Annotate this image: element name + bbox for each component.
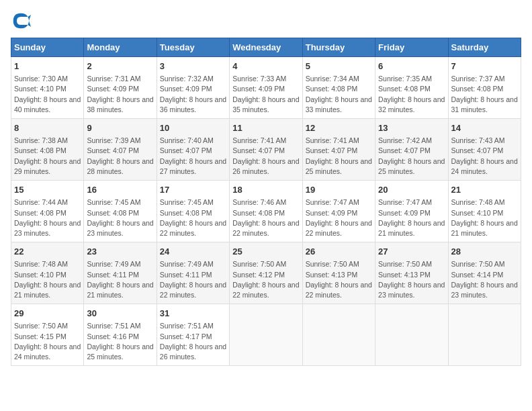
day-detail: Sunrise: 7:45 AM Sunset: 4:08 PM Dayligh… (87, 197, 153, 238)
day-number: 30 (87, 308, 153, 320)
calendar-cell: 9 Sunrise: 7:39 AM Sunset: 4:07 PM Dayli… (84, 119, 157, 181)
day-number: 19 (306, 184, 372, 196)
day-detail: Sunrise: 7:34 AM Sunset: 4:08 PM Dayligh… (306, 74, 372, 115)
day-number: 12 (306, 122, 372, 134)
day-number: 4 (232, 60, 299, 73)
calendar-cell: 4 Sunrise: 7:33 AM Sunset: 4:09 PM Dayli… (230, 57, 302, 119)
day-number: 8 (14, 122, 81, 134)
calendar-cell: 8 Sunrise: 7:38 AM Sunset: 4:08 PM Dayli… (11, 119, 84, 181)
calendar-cell: 5 Sunrise: 7:34 AM Sunset: 4:08 PM Dayli… (302, 57, 375, 119)
day-detail: Sunrise: 7:49 AM Sunset: 4:11 PM Dayligh… (160, 259, 226, 300)
day-number: 14 (451, 122, 518, 134)
calendar-cell: 19 Sunrise: 7:47 AM Sunset: 4:09 PM Dayl… (302, 181, 375, 242)
calendar-cell: 16 Sunrise: 7:45 AM Sunset: 4:08 PM Dayl… (84, 181, 157, 242)
day-number: 29 (14, 308, 81, 320)
day-detail: Sunrise: 7:33 AM Sunset: 4:09 PM Dayligh… (232, 74, 299, 115)
calendar-week-row: 29 Sunrise: 7:50 AM Sunset: 4:15 PM Dayl… (11, 304, 521, 366)
day-detail: Sunrise: 7:49 AM Sunset: 4:11 PM Dayligh… (87, 259, 153, 300)
day-detail: Sunrise: 7:50 AM Sunset: 4:14 PM Dayligh… (451, 259, 518, 300)
day-number: 22 (14, 246, 81, 258)
calendar-cell: 25 Sunrise: 7:50 AM Sunset: 4:12 PM Dayl… (230, 242, 302, 304)
day-number: 2 (87, 60, 153, 73)
day-detail: Sunrise: 7:51 AM Sunset: 4:16 PM Dayligh… (87, 321, 153, 362)
day-detail: Sunrise: 7:45 AM Sunset: 4:08 PM Dayligh… (160, 197, 226, 238)
column-header-saturday: Saturday (448, 38, 521, 57)
column-header-monday: Monday (84, 38, 157, 57)
column-header-thursday: Thursday (302, 38, 375, 57)
logo (11, 11, 34, 31)
calendar-cell: 15 Sunrise: 7:44 AM Sunset: 4:08 PM Dayl… (11, 181, 84, 242)
calendar-cell (302, 304, 375, 366)
calendar-cell: 30 Sunrise: 7:51 AM Sunset: 4:16 PM Dayl… (84, 304, 157, 366)
calendar-cell: 11 Sunrise: 7:41 AM Sunset: 4:07 PM Dayl… (230, 119, 302, 181)
calendar-cell (230, 304, 302, 366)
calendar-cell: 7 Sunrise: 7:37 AM Sunset: 4:08 PM Dayli… (448, 57, 521, 119)
day-detail: Sunrise: 7:50 AM Sunset: 4:15 PM Dayligh… (14, 321, 81, 362)
day-detail: Sunrise: 7:47 AM Sunset: 4:09 PM Dayligh… (378, 197, 445, 238)
calendar-cell: 22 Sunrise: 7:48 AM Sunset: 4:10 PM Dayl… (11, 242, 84, 304)
calendar-cell: 2 Sunrise: 7:31 AM Sunset: 4:09 PM Dayli… (84, 57, 157, 119)
column-header-wednesday: Wednesday (230, 38, 302, 57)
calendar-cell: 3 Sunrise: 7:32 AM Sunset: 4:09 PM Dayli… (157, 57, 229, 119)
day-number: 25 (232, 246, 299, 258)
day-number: 24 (160, 246, 226, 258)
day-number: 17 (160, 184, 226, 196)
day-number: 7 (451, 60, 518, 73)
day-detail: Sunrise: 7:50 AM Sunset: 4:13 PM Dayligh… (306, 259, 372, 300)
day-number: 26 (306, 246, 372, 258)
day-detail: Sunrise: 7:43 AM Sunset: 4:07 PM Dayligh… (451, 136, 518, 177)
day-detail: Sunrise: 7:44 AM Sunset: 4:08 PM Dayligh… (14, 197, 81, 238)
calendar-cell: 1 Sunrise: 7:30 AM Sunset: 4:10 PM Dayli… (11, 57, 84, 119)
day-number: 1 (14, 60, 81, 73)
day-detail: Sunrise: 7:30 AM Sunset: 4:10 PM Dayligh… (14, 74, 81, 115)
day-number: 13 (378, 122, 445, 134)
day-detail: Sunrise: 7:50 AM Sunset: 4:12 PM Dayligh… (232, 259, 299, 300)
day-number: 23 (87, 246, 153, 258)
day-detail: Sunrise: 7:31 AM Sunset: 4:09 PM Dayligh… (87, 74, 153, 115)
day-detail: Sunrise: 7:35 AM Sunset: 4:08 PM Dayligh… (378, 74, 445, 115)
day-detail: Sunrise: 7:46 AM Sunset: 4:08 PM Dayligh… (232, 197, 299, 238)
calendar-cell (375, 304, 448, 366)
column-header-friday: Friday (375, 38, 448, 57)
day-detail: Sunrise: 7:32 AM Sunset: 4:09 PM Dayligh… (160, 74, 226, 115)
calendar-cell: 28 Sunrise: 7:50 AM Sunset: 4:14 PM Dayl… (448, 242, 521, 304)
calendar-week-row: 1 Sunrise: 7:30 AM Sunset: 4:10 PM Dayli… (11, 57, 521, 119)
day-detail: Sunrise: 7:42 AM Sunset: 4:07 PM Dayligh… (378, 136, 445, 177)
calendar-week-row: 8 Sunrise: 7:38 AM Sunset: 4:08 PM Dayli… (11, 119, 521, 181)
day-detail: Sunrise: 7:48 AM Sunset: 4:10 PM Dayligh… (14, 259, 81, 300)
calendar-cell: 14 Sunrise: 7:43 AM Sunset: 4:07 PM Dayl… (448, 119, 521, 181)
day-detail: Sunrise: 7:41 AM Sunset: 4:07 PM Dayligh… (306, 136, 372, 177)
day-number: 20 (378, 184, 445, 196)
day-number: 27 (378, 246, 445, 258)
calendar-week-row: 15 Sunrise: 7:44 AM Sunset: 4:08 PM Dayl… (11, 181, 521, 242)
calendar-cell: 27 Sunrise: 7:50 AM Sunset: 4:13 PM Dayl… (375, 242, 448, 304)
day-number: 11 (232, 122, 299, 134)
calendar-cell: 18 Sunrise: 7:46 AM Sunset: 4:08 PM Dayl… (230, 181, 302, 242)
day-number: 9 (87, 122, 153, 134)
calendar-cell: 23 Sunrise: 7:49 AM Sunset: 4:11 PM Dayl… (84, 242, 157, 304)
calendar-cell: 20 Sunrise: 7:47 AM Sunset: 4:09 PM Dayl… (375, 181, 448, 242)
day-detail: Sunrise: 7:38 AM Sunset: 4:08 PM Dayligh… (14, 136, 81, 177)
day-number: 31 (160, 308, 226, 320)
day-number: 16 (87, 184, 153, 196)
calendar-cell: 6 Sunrise: 7:35 AM Sunset: 4:08 PM Dayli… (375, 57, 448, 119)
day-number: 5 (306, 60, 372, 73)
calendar-cell: 26 Sunrise: 7:50 AM Sunset: 4:13 PM Dayl… (302, 242, 375, 304)
calendar-cell: 29 Sunrise: 7:50 AM Sunset: 4:15 PM Dayl… (11, 304, 84, 366)
day-detail: Sunrise: 7:48 AM Sunset: 4:10 PM Dayligh… (451, 197, 518, 238)
calendar-cell (448, 304, 521, 366)
day-detail: Sunrise: 7:37 AM Sunset: 4:08 PM Dayligh… (451, 74, 518, 115)
day-number: 28 (451, 246, 518, 258)
day-number: 3 (160, 60, 226, 73)
page-header (11, 11, 521, 31)
calendar-cell: 17 Sunrise: 7:45 AM Sunset: 4:08 PM Dayl… (157, 181, 229, 242)
day-detail: Sunrise: 7:51 AM Sunset: 4:17 PM Dayligh… (160, 321, 226, 362)
calendar-table: SundayMondayTuesdayWednesdayThursdayFrid… (11, 38, 521, 366)
calendar-week-row: 22 Sunrise: 7:48 AM Sunset: 4:10 PM Dayl… (11, 242, 521, 304)
calendar-header-row: SundayMondayTuesdayWednesdayThursdayFrid… (11, 38, 521, 57)
calendar-cell: 24 Sunrise: 7:49 AM Sunset: 4:11 PM Dayl… (157, 242, 229, 304)
day-detail: Sunrise: 7:39 AM Sunset: 4:07 PM Dayligh… (87, 136, 153, 177)
day-number: 21 (451, 184, 518, 196)
day-detail: Sunrise: 7:47 AM Sunset: 4:09 PM Dayligh… (306, 197, 372, 238)
day-detail: Sunrise: 7:40 AM Sunset: 4:07 PM Dayligh… (160, 136, 226, 177)
